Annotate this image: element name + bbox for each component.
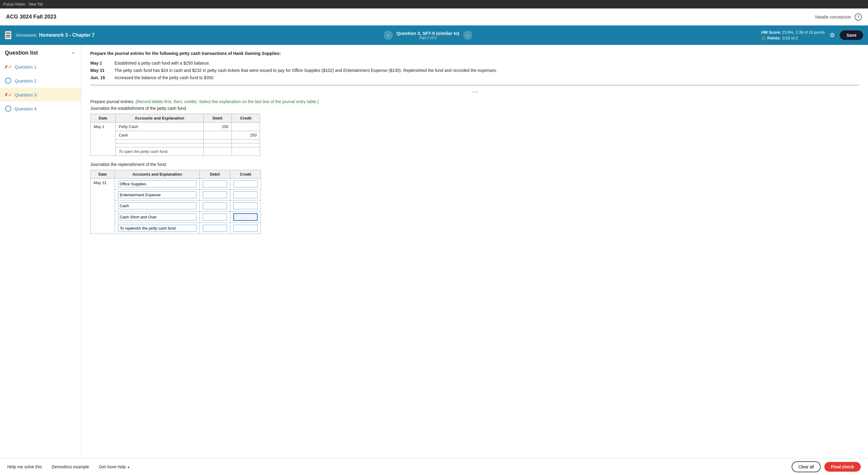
journal2-account-input-4[interactable]: [118, 213, 196, 220]
journal2-debit-cell-4[interactable]: [200, 211, 230, 223]
question2-icon: [5, 77, 11, 84]
help-solve-link[interactable]: Help me solve this: [7, 465, 42, 469]
get-more-help-link[interactable]: Get more help: [99, 465, 126, 469]
transaction-row-2: May 31 The petty cash fund has $24 in ca…: [90, 67, 859, 74]
journal2-debit-cell-3[interactable]: [200, 201, 230, 211]
journal2-exp-debit[interactable]: [200, 223, 230, 234]
journal2-debit-input-2[interactable]: [203, 191, 227, 198]
homework-title: Homework 3 - Chapter 7: [39, 32, 95, 38]
sidebar-item-question1[interactable]: ✗✓ Question 1: [0, 60, 81, 74]
final-check-button[interactable]: Final check: [824, 462, 861, 472]
journal2-account-input-3[interactable]: [118, 202, 196, 209]
content-area: Prepare the journal entries for the foll…: [81, 45, 868, 475]
transaction-date-1: May 1: [90, 59, 115, 67]
drag-handle[interactable]: • • •: [90, 90, 859, 94]
journal1-debit-3: [204, 140, 231, 144]
save-button[interactable]: Save: [840, 30, 863, 40]
journal1-col-credit: Credit: [231, 114, 260, 122]
transaction-row-3: Jun. 15 Increased the balance of the pet…: [90, 74, 859, 81]
gear-button[interactable]: ⚙: [830, 32, 835, 39]
journal2-exp-credit-input[interactable]: [234, 225, 258, 232]
transaction-text-3: Increased the balance of the petty cash …: [115, 74, 859, 81]
question2-label: Question 2: [14, 78, 37, 83]
journal2-label: Journalize the replenishment of the fund…: [90, 162, 859, 167]
journal1-col-account: Accounts and Explanation: [116, 114, 204, 122]
journal2-credit-input-2[interactable]: [234, 191, 258, 198]
journal2-exp-credit[interactable]: [230, 223, 261, 234]
journal1-credit-4: [231, 144, 260, 147]
question4-label: Question 4: [14, 106, 37, 111]
journal1-col-debit: Debit: [204, 114, 231, 122]
get-more-help-icon: ▲: [127, 465, 130, 469]
journal1-debit-4: [204, 144, 231, 147]
transaction-date-3: Jun. 15: [90, 74, 115, 81]
question-title: Question 3, SF7-5 (similar to): [396, 31, 460, 36]
collapse-sidebar-button[interactable]: ←: [71, 50, 76, 56]
journal2-account-3[interactable]: [115, 201, 200, 211]
journal2-col-account: Accounts and Explanation: [115, 170, 200, 179]
hamburger-menu[interactable]: ☰: [5, 31, 11, 39]
question3-label: Question 3: [14, 92, 37, 97]
journal2-exp-debit-input[interactable]: [203, 225, 227, 232]
journal2-row-3: [91, 201, 261, 211]
prev-question-button[interactable]: ‹: [384, 31, 393, 40]
journal2-credit-cell-2[interactable]: [230, 189, 261, 201]
help-icon[interactable]: ?: [855, 13, 862, 21]
main-layout: Question list ← ✗✓ Question 1 Question 2…: [0, 45, 868, 475]
journal1-row-4: [91, 144, 260, 147]
next-question-button[interactable]: ›: [463, 31, 472, 40]
journal1-account-3: [116, 140, 204, 144]
bottom-right: Clear all Final check: [792, 462, 861, 472]
journal1-row-3: [91, 140, 260, 144]
journal2-debit-input-1[interactable]: [203, 180, 227, 187]
points-value: 0.53 of 2: [782, 36, 798, 40]
journal2-credit-input-3[interactable]: [234, 202, 258, 209]
journal2-credit-input-4[interactable]: [234, 213, 258, 221]
sidebar-item-question2[interactable]: Question 2: [0, 74, 81, 88]
journal1-header-row: Date Accounts and Explanation Debit Cred…: [91, 114, 260, 122]
question-sub: Part 2 of 3: [396, 36, 460, 40]
journal1-date: May 1: [91, 122, 116, 156]
journal2-debit-input-4[interactable]: [203, 213, 227, 220]
journal2-explanation-input[interactable]: [118, 225, 196, 232]
nav-scores: HW Score: 23.8%, 2.38 of 10 points ◎ Poi…: [761, 29, 825, 41]
homework-label: Homework:: [16, 33, 37, 38]
clear-all-button[interactable]: Clear all: [792, 462, 820, 472]
journal1-credit-1: [231, 122, 260, 131]
sidebar-header: Question list ←: [0, 50, 81, 60]
journal2-debit-input-3[interactable]: [203, 202, 227, 209]
journal1-row-2: Cash 250: [91, 131, 260, 140]
journal2-col-debit: Debit: [200, 170, 230, 179]
journal2-debit-cell-1[interactable]: [200, 179, 230, 189]
journal1-label: Journalize the establishment of the pett…: [90, 106, 859, 111]
journal2-header-row: Date Accounts and Explanation Debit Cred…: [91, 170, 261, 179]
get-more-help-container[interactable]: Get more help ▲: [99, 465, 130, 469]
journal2-account-4[interactable]: [115, 211, 200, 223]
journal2-explanation[interactable]: [115, 223, 200, 234]
demodocs-link[interactable]: Demodocs example: [52, 465, 89, 469]
journal2-account-input-1[interactable]: [118, 180, 196, 187]
nav-arrows: ‹ Question 3, SF7-5 (similar to) Part 2 …: [384, 31, 472, 40]
journal2-credit-cell-4[interactable]: [230, 211, 261, 223]
browser-bar: Popup Helper New Tab: [0, 0, 868, 8]
journal2-debit-cell-2[interactable]: [200, 189, 230, 201]
journal2-credit-cell-1[interactable]: [230, 179, 261, 189]
browser-tab2[interactable]: New Tab: [29, 2, 43, 6]
journal1-row-explanation: To open the petty cash fund.: [91, 147, 260, 156]
app-header: ACG 3024 Fall 2023 Natalie concepcion ?: [0, 8, 868, 26]
journal2-account-input-2[interactable]: [118, 191, 196, 198]
journal1-account-2: Cash: [116, 131, 204, 140]
sidebar-item-question3[interactable]: ✗✓ Question 3: [0, 88, 81, 101]
journal2-date: May 31: [91, 179, 115, 234]
journal2-credit-input-1[interactable]: [234, 180, 258, 187]
journal2-account-2[interactable]: [115, 189, 200, 201]
journal1-account-1: Petty Cash: [116, 122, 204, 131]
journal-table-1: Date Accounts and Explanation Debit Cred…: [90, 114, 260, 156]
journal2-col-date: Date: [91, 170, 115, 179]
sidebar: Question list ← ✗✓ Question 1 Question 2…: [0, 45, 81, 475]
sidebar-item-question4[interactable]: Question 4: [0, 101, 81, 116]
journal2-credit-cell-3[interactable]: [230, 201, 261, 211]
browser-tab1[interactable]: Popup Helper: [3, 2, 25, 6]
journal2-row-explanation: [91, 223, 261, 234]
journal2-account-1[interactable]: [115, 179, 200, 189]
